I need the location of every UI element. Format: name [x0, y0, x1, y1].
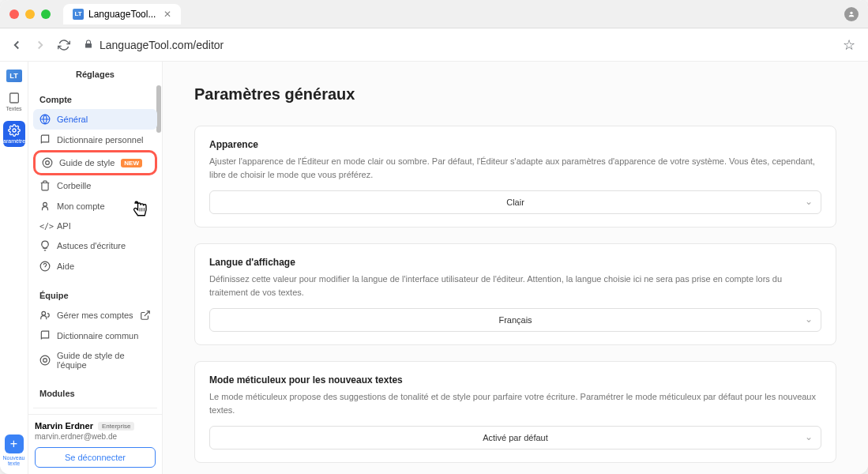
- browser-toolbar: LanguageTool.com/editor ☆: [0, 28, 868, 62]
- select-mode[interactable]: Activé par défaut: [209, 426, 821, 450]
- sidebar-item-gerer-comptes[interactable]: Gérer mes comptes: [33, 305, 157, 325]
- browser-tab[interactable]: LT LanguageTool... ✕: [63, 4, 181, 24]
- section-compte: Compte: [33, 87, 157, 109]
- reload-button[interactable]: [57, 38, 71, 52]
- sidebar-item-label: Aide: [57, 261, 74, 271]
- sidebar-item-aide[interactable]: Aide: [33, 256, 157, 276]
- svg-point-10: [43, 359, 47, 363]
- rail-new-text[interactable]: + Nouveau texte: [3, 434, 25, 466]
- lock-icon: [84, 39, 93, 51]
- forward-button[interactable]: [33, 38, 47, 52]
- svg-point-8: [42, 311, 46, 315]
- sidebar-item-guide-style[interactable]: Guide de style NEW: [33, 150, 157, 175]
- help-icon: [39, 261, 51, 272]
- users-icon: [39, 310, 51, 321]
- tab-title: LanguageTool...: [88, 9, 156, 20]
- lightbulb-icon: [39, 240, 51, 251]
- sidebar-footer: Marvin Erdner Enterprise marvin.erdner@w…: [28, 414, 162, 474]
- target-icon: [42, 157, 53, 168]
- logout-button[interactable]: Se déconnecter: [35, 447, 156, 468]
- card-desc: Définissez cette valeur pour modifier la…: [209, 273, 821, 299]
- minimize-window[interactable]: [25, 9, 35, 19]
- main-content: Paramètres généraux Apparence Ajuster l'…: [163, 62, 868, 474]
- card-apparence: Apparence Ajuster l'apparence de l'Édite…: [194, 126, 836, 228]
- sidebar-item-label: API: [57, 221, 71, 231]
- svg-point-5: [46, 161, 50, 165]
- select-langue[interactable]: Français: [209, 308, 821, 332]
- section-modules: Modules: [33, 381, 157, 403]
- page-title: Paramètres généraux: [194, 85, 836, 103]
- bookmark-star-icon[interactable]: ☆: [843, 36, 855, 54]
- titlebar: LT LanguageTool... ✕: [0, 0, 868, 28]
- tab-favicon-icon: LT: [73, 9, 84, 20]
- book-icon: [39, 134, 51, 145]
- sidebar-item-astuces[interactable]: Astuces d'écriture: [33, 235, 157, 256]
- card-mode-meticuleux: Mode méticuleux pour les nouveaux textes…: [194, 361, 836, 463]
- svg-point-0: [850, 11, 852, 13]
- url-text: LanguageTool.com/editor: [100, 39, 224, 51]
- sidebar-item-dict-perso[interactable]: Dictionnaire personnel: [33, 130, 157, 150]
- sidebar-item-label: Général: [57, 115, 88, 124]
- settings-sidebar: Réglages Compte Général Dictionnaire per…: [28, 62, 163, 474]
- sidebar-item-label: Corbeille: [57, 181, 91, 190]
- card-desc: Ajuster l'apparence de l'Éditeur en mode…: [209, 155, 821, 181]
- profile-icon[interactable]: [844, 7, 859, 21]
- user-icon: [39, 201, 51, 212]
- back-button[interactable]: [9, 38, 24, 52]
- svg-rect-1: [9, 93, 18, 103]
- card-title: Mode méticuleux pour les nouveaux textes: [209, 374, 821, 386]
- svg-point-2: [13, 129, 16, 132]
- trash-icon: [39, 180, 51, 191]
- rail-parametres[interactable]: Paramètres: [3, 121, 25, 147]
- select-apparence[interactable]: Clair: [209, 190, 821, 214]
- close-tab-icon[interactable]: ✕: [163, 9, 171, 20]
- globe-icon: [39, 114, 51, 125]
- plan-badge: Enterprise: [98, 422, 134, 431]
- sidebar-item-label: Dictionnaire personnel: [57, 135, 143, 145]
- external-link-icon: [140, 310, 151, 321]
- sidebar-item-label: Astuces d'écriture: [57, 241, 126, 250]
- card-title: Apparence: [209, 139, 821, 150]
- sidebar-item-label: Gérer mes comptes: [57, 310, 133, 320]
- close-window[interactable]: [9, 9, 19, 19]
- book-icon: [39, 330, 51, 341]
- new-badge: NEW: [121, 159, 142, 167]
- section-equipe: Équipe: [33, 283, 157, 305]
- sidebar-item-general[interactable]: Général: [33, 109, 157, 130]
- sidebar-item-guide-equipe[interactable]: Guide de style de l'équipe: [33, 346, 157, 374]
- svg-point-6: [43, 202, 47, 206]
- sidebar-item-label: Dictionnaire commun: [57, 331, 138, 340]
- sidebar-item-corbeille[interactable]: Corbeille: [33, 175, 157, 196]
- card-desc: Le mode méticuleux propose des suggestio…: [209, 390, 821, 416]
- sidebar-header: Réglages: [28, 62, 162, 87]
- sidebar-item-mon-compte[interactable]: Mon compte: [33, 196, 157, 216]
- plus-icon: +: [5, 434, 24, 453]
- card-langue: Langue d'affichage Définissez cette vale…: [194, 243, 836, 345]
- sidebar-item-label: Mon compte: [57, 201, 105, 211]
- maximize-window[interactable]: [41, 9, 51, 19]
- app-rail: LT Textes Paramètres + Nouveau texte: [0, 62, 28, 474]
- card-title: Langue d'affichage: [209, 257, 821, 268]
- sidebar-item-api[interactable]: </> API: [33, 216, 157, 235]
- svg-point-4: [43, 158, 52, 167]
- svg-point-9: [40, 356, 50, 365]
- sidebar-item-dict-commun[interactable]: Dictionnaire commun: [33, 325, 157, 346]
- rail-textes[interactable]: Textes: [3, 92, 25, 111]
- code-icon: </>: [39, 222, 51, 231]
- target-icon: [39, 355, 51, 366]
- url-bar[interactable]: LanguageTool.com/editor ☆: [81, 36, 859, 54]
- user-name: Marvin Erdner: [35, 421, 93, 431]
- app-logo-icon[interactable]: LT: [6, 70, 22, 82]
- sidebar-item-label: Guide de style de l'équipe: [57, 351, 151, 370]
- user-email: marvin.erdner@web.de: [35, 432, 156, 441]
- sidebar-item-label: Guide de style: [59, 158, 115, 167]
